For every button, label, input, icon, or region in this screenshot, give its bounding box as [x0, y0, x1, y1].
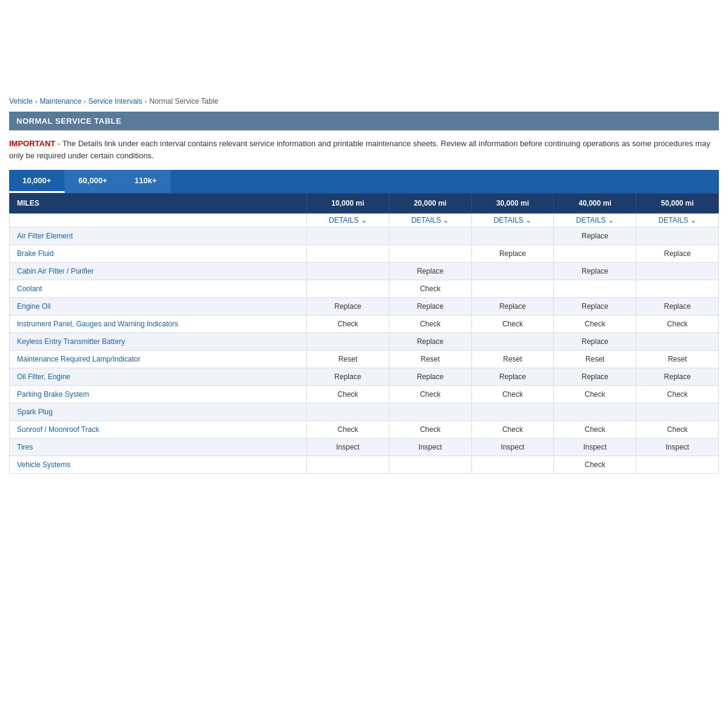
item-name: Oil Filter, Engine	[10, 368, 307, 386]
table-row: Keyless Entry Transmitter BatteryReplace…	[10, 333, 719, 351]
item-name: Brake Fluid	[10, 245, 307, 263]
action-cell: Replace	[471, 245, 554, 263]
action-cell: Check	[389, 386, 471, 403]
item-name: Maintenance Required Lamp/Indicator	[10, 351, 307, 368]
details-empty-cell	[10, 214, 307, 228]
action-cell: Replace	[306, 298, 389, 315]
action-cell: Inspect	[471, 439, 554, 456]
breadcrumb-current: Normal Service Table	[149, 97, 218, 106]
action-cell: Check	[306, 315, 389, 333]
action-cell: Reset	[554, 351, 636, 368]
item-name: Instrument Panel, Gauges and Warning Ind…	[10, 315, 307, 333]
breadcrumb-sep-1: ›	[35, 98, 38, 105]
action-cell: Check	[554, 421, 636, 439]
action-cell: Check	[636, 421, 719, 439]
table-row: Brake FluidReplaceReplace	[10, 245, 719, 263]
breadcrumb: Vehicle › Maintenance › Service Interval…	[9, 97, 719, 106]
details-cell-50000: DETAILS ⌄	[636, 214, 719, 228]
details-link-50000[interactable]: DETAILS ⌄	[658, 216, 696, 224]
item-name: Keyless Entry Transmitter Battery	[10, 333, 307, 351]
item-name: Vehicle Systems	[10, 456, 307, 474]
important-label: IMPORTANT	[9, 139, 55, 148]
action-cell	[389, 456, 471, 474]
action-cell: Inspect	[389, 439, 471, 456]
action-cell	[636, 403, 719, 421]
tab-10000[interactable]: 10,000+	[9, 170, 65, 193]
action-cell: Check	[471, 386, 554, 403]
details-cell-40000: DETAILS ⌄	[554, 214, 636, 228]
item-name: Air Filter Element	[10, 228, 307, 245]
tab-bar: 10,000+ 60,000+ 110k+	[9, 170, 719, 193]
action-cell: Check	[554, 315, 636, 333]
item-name: Parking Brake System	[10, 386, 307, 403]
action-cell	[306, 228, 389, 245]
details-cell-10000: DETAILS ⌄	[306, 214, 389, 228]
breadcrumb-vehicle[interactable]: Vehicle	[9, 97, 33, 106]
action-cell: Replace	[636, 245, 719, 263]
action-cell: Reset	[389, 351, 471, 368]
details-link-20000[interactable]: DETAILS ⌄	[411, 216, 449, 224]
action-cell: Replace	[471, 298, 554, 315]
action-cell	[389, 403, 471, 421]
breadcrumb-maintenance[interactable]: Maintenance	[39, 97, 81, 106]
section-header: NORMAL SERVICE TABLE	[9, 112, 719, 130]
details-row: DETAILS ⌄ DETAILS ⌄ DETAILS ⌄ DETAILS ⌄ …	[10, 214, 719, 228]
action-cell	[636, 263, 719, 280]
action-cell	[306, 456, 389, 474]
action-cell: Reset	[471, 351, 554, 368]
table-row: Spark Plug	[10, 403, 719, 421]
action-cell	[306, 263, 389, 280]
col-header-10000: 10,000 mi	[306, 194, 389, 214]
action-cell: Check	[471, 421, 554, 439]
action-cell: Check	[389, 315, 471, 333]
action-cell: Replace	[306, 368, 389, 386]
details-link-30000[interactable]: DETAILS ⌄	[494, 216, 531, 224]
breadcrumb-service-intervals[interactable]: Service Intervals	[89, 97, 143, 106]
action-cell	[554, 245, 636, 263]
action-cell	[471, 403, 554, 421]
action-cell: Reset	[636, 351, 719, 368]
action-cell	[306, 403, 389, 421]
action-cell: Check	[636, 315, 719, 333]
action-cell	[306, 245, 389, 263]
tab-110k[interactable]: 110k+	[121, 170, 171, 193]
action-cell: Check	[306, 421, 389, 439]
action-cell	[389, 228, 471, 245]
action-cell: Check	[471, 315, 554, 333]
tab-60000[interactable]: 60,000+	[65, 170, 121, 193]
action-cell	[471, 228, 554, 245]
details-cell-20000: DETAILS ⌄	[389, 214, 471, 228]
action-cell	[636, 228, 719, 245]
table-row: Maintenance Required Lamp/IndicatorReset…	[10, 351, 719, 368]
action-cell: Check	[554, 386, 636, 403]
action-cell	[389, 245, 471, 263]
table-row: Air Filter ElementReplace	[10, 228, 719, 245]
table-row: Vehicle SystemsCheck	[10, 456, 719, 474]
table-row: Oil Filter, EngineReplaceReplaceReplaceR…	[10, 368, 719, 386]
action-cell: Inspect	[636, 439, 719, 456]
action-cell: Check	[389, 280, 471, 298]
action-cell: Replace	[554, 228, 636, 245]
details-link-40000[interactable]: DETAILS ⌄	[576, 216, 614, 224]
table-row: Engine OilReplaceReplaceReplaceReplaceRe…	[10, 298, 719, 315]
col-header-40000: 40,000 mi	[554, 194, 636, 214]
item-name: Sunroof / Moonroof Track	[10, 421, 307, 439]
action-cell: Replace	[554, 298, 636, 315]
action-cell	[636, 280, 719, 298]
table-row: CoolantCheck	[10, 280, 719, 298]
item-name: Engine Oil	[10, 298, 307, 315]
action-cell: Replace	[389, 333, 471, 351]
action-cell	[636, 456, 719, 474]
action-cell	[636, 333, 719, 351]
action-cell: Reset	[306, 351, 389, 368]
action-cell: Replace	[636, 298, 719, 315]
details-link-10000[interactable]: DETAILS ⌄	[329, 216, 366, 224]
item-name: Coolant	[10, 280, 307, 298]
table-row: Parking Brake SystemCheckCheckCheckCheck…	[10, 386, 719, 403]
action-cell: Replace	[389, 298, 471, 315]
action-cell: Check	[389, 421, 471, 439]
item-name: Spark Plug	[10, 403, 307, 421]
action-cell: Replace	[554, 333, 636, 351]
col-header-miles: MILES	[10, 194, 307, 214]
action-cell	[306, 333, 389, 351]
